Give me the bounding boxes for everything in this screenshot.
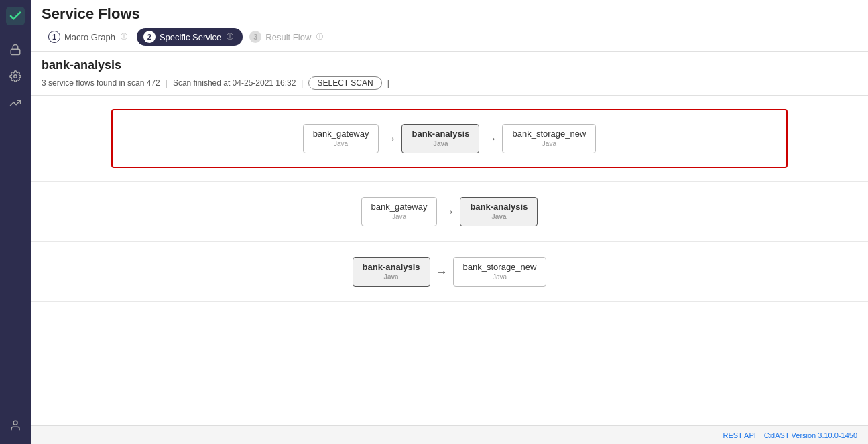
step-2-label: Specific Service: [160, 32, 221, 42]
node-name: bank_gateway: [313, 129, 369, 139]
flow-node-bank-storage-1[interactable]: bank_storage_new Java: [502, 124, 596, 153]
settings-icon[interactable]: [3, 64, 27, 88]
flow-row-1[interactable]: bank_gateway Java → bank-analysis Java →…: [111, 109, 788, 168]
analysis-title: bank-analysis: [42, 58, 857, 72]
node-name: bank_gateway: [371, 202, 428, 212]
rest-api-link[interactable]: REST API: [723, 431, 755, 439]
node-tech: Java: [542, 140, 556, 147]
flow-node-bank-storage-3[interactable]: bank_storage_new Java: [453, 257, 547, 287]
node-tech: Java: [383, 273, 398, 281]
flow-row-2[interactable]: bank_gateway Java → bank-analysis Java: [31, 182, 868, 242]
main-content: Service Flows 1 Macro Graph ⓘ 2 Specific…: [31, 0, 868, 444]
flow-node-bank-gateway-1[interactable]: bank_gateway Java: [303, 124, 379, 153]
node-tech: Java: [493, 273, 507, 281]
flow-row-1-wrapper: bank_gateway Java → bank-analysis Java →…: [31, 96, 868, 181]
sidebar: [0, 0, 31, 444]
node-name: bank_storage_new: [512, 129, 586, 139]
node-name: bank-analysis: [470, 202, 528, 212]
page-title: Service Flows: [42, 5, 857, 23]
lock-icon[interactable]: [3, 38, 27, 62]
arrow-2: →: [485, 132, 497, 146]
step-3-number: 3: [249, 31, 261, 43]
select-scan-button[interactable]: SELECT SCAN: [308, 76, 381, 90]
flow-node-bank-analysis-2[interactable]: bank-analysis Java: [460, 197, 538, 226]
page-header: Service Flows 1 Macro Graph ⓘ 2 Specific…: [31, 0, 868, 52]
scan-date: Scan finished at 04-25-2021 16:32: [173, 78, 296, 88]
node-tech: Java: [491, 213, 506, 220]
version-link[interactable]: CxIAST Version 3.10.0-1450: [764, 431, 857, 439]
node-name: bank_storage_new: [463, 262, 537, 272]
flow-row-2-wrapper: bank_gateway Java → bank-analysis Java: [31, 181, 868, 242]
step-3-info: ⓘ: [316, 32, 323, 42]
separator-3: |: [387, 78, 389, 88]
node-tech: Java: [433, 140, 448, 147]
page-footer: REST API CxIAST Version 3.10.0-1450: [31, 425, 868, 444]
flow-list: bank_gateway Java → bank-analysis Java →…: [31, 96, 868, 425]
separator-1: |: [166, 78, 168, 88]
step-macro-graph[interactable]: 1 Macro Graph ⓘ: [42, 28, 137, 46]
svg-rect-1: [11, 49, 20, 54]
sub-header: bank-analysis 3 service flows found in s…: [31, 52, 868, 96]
flow-node-bank-analysis-3[interactable]: bank-analysis Java: [353, 257, 430, 287]
step-2-number: 2: [143, 31, 156, 43]
node-tech: Java: [392, 213, 406, 220]
user-icon[interactable]: [3, 413, 27, 437]
flow-node-bank-gateway-2[interactable]: bank_gateway Java: [361, 197, 438, 226]
svg-point-2: [14, 75, 17, 78]
flow-node-bank-analysis-1[interactable]: bank-analysis Java: [401, 124, 479, 153]
node-name: bank-analysis: [363, 262, 420, 272]
node-tech: Java: [334, 140, 348, 147]
stepper: 1 Macro Graph ⓘ 2 Specific Service ⓘ 3 R…: [42, 28, 857, 51]
step-2-info: ⓘ: [227, 32, 233, 42]
app-logo: [5, 5, 26, 27]
flow-row-3[interactable]: bank-analysis Java → bank_storage_new Ja…: [31, 242, 868, 302]
chart-icon[interactable]: [3, 91, 27, 115]
arrow-3: →: [442, 205, 454, 219]
svg-point-3: [13, 421, 17, 425]
scan-info-bar: 3 service flows found in scan 472 | Scan…: [42, 76, 857, 90]
step-specific-service[interactable]: 2 Specific Service ⓘ: [137, 28, 243, 46]
arrow-1: →: [384, 132, 396, 146]
step-1-info: ⓘ: [121, 32, 127, 42]
step-3-label: Result Flow: [265, 32, 311, 42]
arrow-4: →: [436, 265, 448, 279]
step-result-flow[interactable]: 3 Result Flow ⓘ: [243, 28, 332, 46]
step-1-label: Macro Graph: [64, 32, 115, 42]
node-name: bank-analysis: [412, 129, 469, 139]
separator-2: |: [301, 78, 303, 88]
step-1-number: 1: [48, 31, 60, 43]
flow-row-3-wrapper: bank-analysis Java → bank_storage_new Ja…: [31, 242, 868, 302]
scan-flows-count: 3 service flows found in scan 472: [42, 78, 160, 88]
